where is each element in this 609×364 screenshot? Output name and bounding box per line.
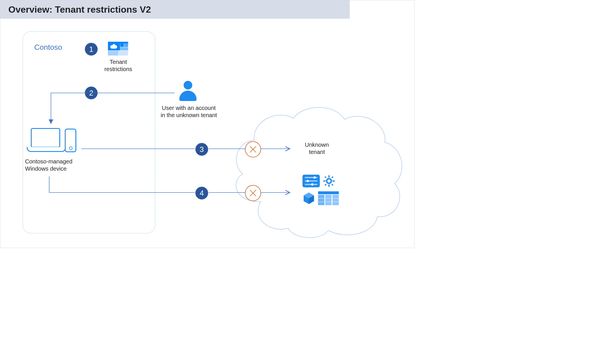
title-bar: Overview: Tenant restrictions V2 xyxy=(0,0,350,19)
svg-rect-7 xyxy=(331,176,333,178)
unknown-tenant-apps-icon xyxy=(302,175,340,206)
data-grid-icon xyxy=(318,191,339,205)
tenant-restrictions-icon xyxy=(108,42,128,56)
contoso-label: Contoso xyxy=(34,43,62,52)
diagram-canvas: Overview: Tenant restrictions V2 Contoso… xyxy=(0,0,414,248)
step-4-number: 4 xyxy=(200,189,204,197)
settings-sliders-icon xyxy=(302,175,320,187)
step-4-badge: 4 xyxy=(195,186,209,200)
user-icon xyxy=(179,81,197,101)
managed-device-label: Contoso-managed Windows device xyxy=(25,158,85,172)
step-2-number: 2 xyxy=(89,89,93,97)
svg-rect-6 xyxy=(331,184,333,186)
user-unknown-label: User with an account in the unknown tena… xyxy=(156,104,222,119)
gear-icon xyxy=(323,175,335,187)
step-3-number: 3 xyxy=(200,146,204,153)
blocked-icon-3 xyxy=(245,141,261,157)
svg-rect-2 xyxy=(328,184,330,187)
svg-rect-4 xyxy=(332,180,335,182)
devices-icon xyxy=(31,128,74,153)
svg-rect-1 xyxy=(328,175,330,178)
cube-icon xyxy=(302,192,315,205)
tenant-restrictions-label: Tenant restrictions xyxy=(101,58,136,73)
step-1-number: 1 xyxy=(89,45,93,53)
diagram-title: Overview: Tenant restrictions V2 xyxy=(8,4,151,15)
step-1-badge: 1 xyxy=(84,42,98,56)
blocked-icon-4 xyxy=(245,185,261,201)
svg-point-0 xyxy=(327,179,331,183)
svg-rect-5 xyxy=(324,176,326,178)
step-3-badge: 3 xyxy=(195,142,209,156)
svg-rect-8 xyxy=(324,184,326,186)
svg-rect-3 xyxy=(323,180,326,182)
step-2-badge: 2 xyxy=(84,86,98,100)
unknown-tenant-cloud xyxy=(236,107,402,238)
unknown-tenant-label: Unknown tenant xyxy=(297,141,337,156)
